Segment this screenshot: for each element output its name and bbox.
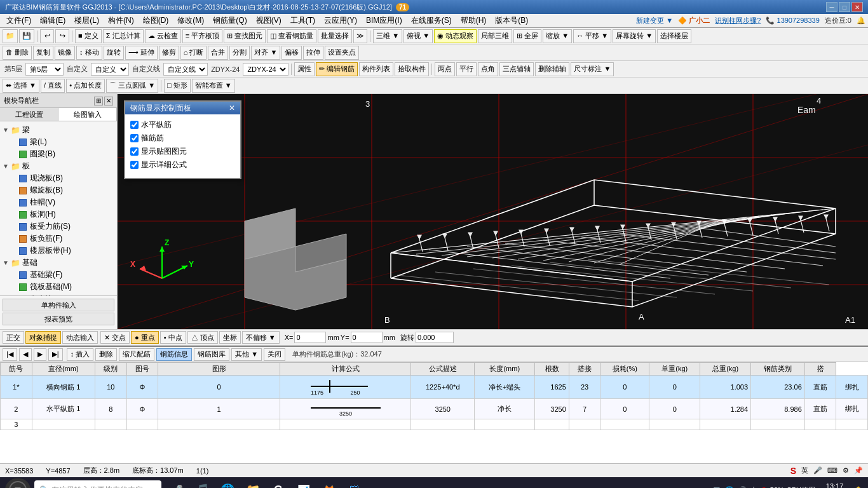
ortho-btn[interactable]: 正交 [3,331,24,344]
midpoint-btn[interactable]: ● 重点 [131,331,159,344]
redo-btn[interactable]: ↪ [55,29,69,43]
single-input-btn[interactable]: 单构件输入 [3,299,114,311]
tab-project-settings[interactable]: 工程设置 [0,108,58,121]
menu-version[interactable]: 版本号(B) [491,14,532,27]
cb-show-formula[interactable] [130,161,139,169]
tree-beam-group[interactable]: ▼ 📁 梁 [0,124,117,136]
rebar-info-btn[interactable]: 钢筋信息 [156,348,192,361]
floor-dropdown[interactable]: 第5层 [25,63,64,76]
batch-select-btn[interactable]: 批量选择 [318,29,352,43]
tree-item-ring-beam[interactable]: 圈梁(B) [8,148,117,160]
fullscreen-btn[interactable]: ⊞ 全屏 [513,29,541,43]
coord-btn[interactable]: 坐标 [219,331,241,344]
menu-edit[interactable]: 编辑(E) [36,14,69,27]
arc-btn[interactable]: ⌒ 三点圆弧 ▼ [106,79,158,93]
sidebar-close-btn[interactable]: ✕ [104,97,113,105]
cloud-check-btn[interactable]: ☁ 云检查 [145,29,181,43]
tree-slab-neg[interactable]: 板负筋(F) [8,233,117,245]
zdyx-dropdown[interactable]: ZDYX-24 [243,63,288,76]
taskbar-explorer[interactable]: 📁 [241,478,264,488]
cb-show-map[interactable] [130,147,139,156]
panel-close-btn[interactable]: ✕ [229,104,235,112]
grip-btn[interactable]: 设置夹点 [325,46,359,60]
dimension-btn[interactable]: 尺寸标注 ▼ [571,62,614,76]
menu-bim[interactable]: BIM应用(I) [362,14,406,27]
table-first-btn[interactable]: |◀ [3,348,17,361]
menu-rebar[interactable]: 钢筋量(Q) [209,14,250,27]
x-input[interactable] [294,332,326,343]
view-rebar-btn[interactable]: ◫ 查看钢筋量 [267,29,316,43]
view-btn[interactable]: 俯视 ▼ [403,29,433,43]
taskbar-glodon[interactable]: G [267,478,290,488]
cb-horizontal[interactable] [130,121,139,129]
three-point-btn[interactable]: 三点辅轴 [499,62,534,76]
tab-draw-input[interactable]: 绘图输入 [58,108,117,121]
intersection-btn[interactable]: ✕ 交点 [100,331,130,344]
rotate-input[interactable] [416,332,454,343]
taskbar-music[interactable]: 🎵 [191,478,214,488]
taskbar-mic[interactable]: 🎤 [165,478,188,488]
open-btn[interactable]: 📁 [3,29,18,43]
point-length-btn[interactable]: • 点加长度 [66,79,105,93]
rect-btn[interactable]: □ 矩形 [164,79,191,93]
table-row[interactable]: 2 水平纵筋 1 8 Φ 1 3250 3250 净长 3250 7 [1,399,868,419]
dynamic-input-btn[interactable]: 动态输入 [62,331,98,344]
rotate2-btn[interactable]: 旋转 [104,46,124,60]
align2-btn[interactable]: 对齐 ▼ [251,46,280,60]
point-angle-btn[interactable]: 点角 [478,62,498,76]
taskbar-edge[interactable]: 🌐 [216,478,239,488]
tree-spiral-slab[interactable]: 螺旋板(B) [8,184,117,196]
table-delete-btn[interactable]: 删除 [95,348,117,361]
menu-tools[interactable]: 工具(T) [287,14,319,27]
taskbar-app5[interactable]: 📊 [292,478,315,488]
parallel-btn[interactable]: 平行 [456,62,477,76]
trim-btn[interactable]: 修剪 [159,46,179,60]
menu-cloud[interactable]: 云应用(Y) [320,14,361,27]
tree-found-beam[interactable]: 基础梁(F) [8,269,117,281]
close-btn[interactable]: ✕ [851,2,863,12]
menu-view[interactable]: 视图(V) [252,14,285,27]
menu-floor[interactable]: 楼层(L) [71,14,103,27]
start-button[interactable]: ⊞ [5,478,31,488]
copy-btn[interactable]: 复制 [33,46,53,60]
menu-file[interactable]: 文件(F) [3,14,35,27]
smart-place-btn[interactable]: 智能布置 ▼ [192,79,235,93]
minimize-btn[interactable]: ─ [826,2,837,12]
move-btn[interactable]: ↕ 移动 [76,46,102,60]
stretch-btn[interactable]: 拉伸 [303,46,323,60]
find-btn[interactable]: ⊞ 查找图元 [224,29,266,43]
select-floor-btn[interactable]: 选择楼层 [657,29,691,43]
save-btn[interactable]: 💾 [19,29,34,43]
sum-btn[interactable]: Σ 汇总计算 [103,29,144,43]
zoom-btn[interactable]: 缩放 ▼ [543,29,572,43]
delete-btn[interactable]: 🗑 删除 [3,46,32,60]
delete-axis-btn[interactable]: 删除辅轴 [535,62,569,76]
vertex-btn[interactable]: △ 顶点 [187,331,218,344]
3d-btn[interactable]: 三维 ▼ [373,29,402,43]
dynamic-view-btn[interactable]: ◉ 动态观察 [434,29,477,43]
notification-btn[interactable]: 🔔 [854,486,863,489]
new-change-btn[interactable]: 新建变更 ▼ [636,16,673,25]
menu-modify[interactable]: 修改(M) [173,14,208,27]
table-row[interactable]: 3 [1,419,868,430]
tree-floor-strip[interactable]: 楼层板带(H) [8,245,117,257]
report-preview-btn[interactable]: 报表预览 [3,313,114,325]
table-container[interactable]: 筋号 直径(mm) 级别 图号 图形 计算公式 公式描述 长度(mm) 根数 搭… [0,362,868,463]
tree-item-beam[interactable]: 梁(L) [8,136,117,148]
align-top-btn[interactable]: ≡ 平齐板顶 [182,29,222,43]
other-dropdown-btn[interactable]: 其他 ▼ [231,348,262,361]
component-list-btn[interactable]: 构件列表 [359,62,393,76]
split-btn[interactable]: 分割 [229,46,250,60]
mirror-btn[interactable]: 镜像 [55,46,75,60]
taskbar-firefox[interactable]: 🦊 [318,478,341,488]
menu-help[interactable]: 帮助(H) [457,14,491,27]
pick-component-btn[interactable]: 拾取构件 [395,62,429,76]
table-next-btn[interactable]: ▶ [34,348,46,361]
edit-rebar-btn[interactable]: ✏ 编辑钢筋 [316,62,358,76]
menu-online[interactable]: 在线服务(S) [407,14,456,27]
local-3d-btn[interactable]: 局部三维 [478,29,512,43]
screen-rotate-btn[interactable]: 屏幕旋转 ▼ [613,29,656,43]
merge-btn[interactable]: 合并 [208,46,228,60]
tree-raft[interactable]: 筏板基础(M) [8,281,117,293]
tree-slab-hole[interactable]: 板洞(H) [8,208,117,220]
